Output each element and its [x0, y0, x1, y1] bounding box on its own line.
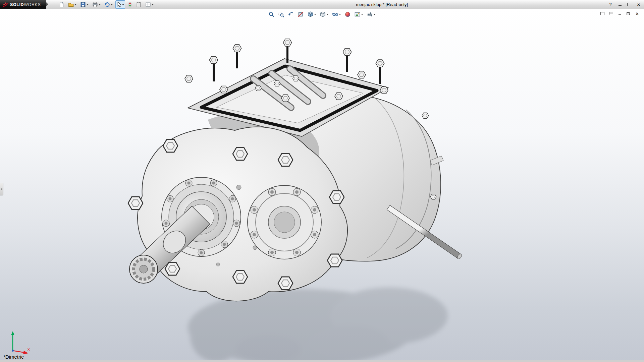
ds-logo-icon: [2, 2, 9, 7]
print-icon: [92, 2, 98, 7]
minimize-document-button[interactable]: [617, 11, 623, 16]
options-button[interactable]: [144, 0, 155, 9]
view-settings-button[interactable]: [366, 11, 376, 18]
rebuild-button[interactable]: [127, 0, 133, 9]
graphics-area[interactable]: × x *Dimetric: [0, 9, 644, 362]
gearbox-model[interactable]: [0, 9, 644, 362]
save-dropdown-caret[interactable]: [87, 4, 89, 5]
edit-appearance-button[interactable]: [344, 11, 352, 18]
main-toolbar: [58, 1, 155, 8]
rebuild-traffic-light-icon: [128, 2, 132, 7]
open-button[interactable]: [67, 0, 77, 9]
select-button[interactable]: [115, 0, 125, 9]
edit-appearance-ball-icon: [345, 11, 351, 17]
zoom-to-fit-button[interactable]: [268, 11, 275, 18]
zoom-to-area-button[interactable]: [278, 11, 285, 18]
window-controls: ? ×: [607, 1, 642, 8]
view-settings-icon: [367, 11, 373, 17]
brand-text: SOLIDWORKS: [10, 2, 41, 7]
options-dropdown-caret[interactable]: [152, 4, 154, 5]
select-dropdown-caret[interactable]: [122, 4, 124, 5]
restore-document-icon: [627, 12, 630, 15]
apply-scene-caret[interactable]: [361, 14, 363, 15]
zoom-to-area-icon: [278, 11, 284, 17]
feature-manager-collapse-tab[interactable]: [0, 183, 3, 195]
hide-show-items-caret[interactable]: [339, 14, 341, 15]
previous-view-button[interactable]: [287, 11, 295, 18]
collapse-arrow-icon: [1, 188, 2, 190]
apply-scene-icon: [355, 11, 361, 17]
triad-x-label: x: [28, 347, 30, 352]
view-orientation-button[interactable]: [307, 11, 317, 18]
solidworks-logo: SOLIDWORKS: [0, 0, 46, 9]
section-view-icon: [298, 11, 304, 17]
split-pane-horizontal-icon: [609, 12, 613, 15]
display-style-cube-icon: [320, 11, 326, 17]
close-icon: ×: [637, 2, 640, 7]
undo-dropdown-caret[interactable]: [111, 4, 113, 5]
output-flange[interactable]: [248, 185, 321, 259]
maximize-icon: [627, 3, 631, 6]
split-pane-horizontal-button[interactable]: [608, 11, 614, 16]
new-document-button[interactable]: [58, 0, 65, 9]
edit-color-icon: [136, 2, 142, 7]
apply-scene-button[interactable]: [354, 11, 364, 18]
open-dropdown-caret[interactable]: [74, 4, 76, 5]
previous-view-icon: [288, 11, 294, 17]
new-document-icon: [59, 2, 64, 7]
restore-document-button[interactable]: [626, 11, 631, 16]
minimize-icon: [619, 5, 622, 6]
save-button[interactable]: [79, 0, 90, 9]
hide-show-glasses-icon: [332, 11, 338, 17]
reference-triad: x: [5, 328, 32, 355]
status-bar-edge: [0, 360, 644, 362]
menu-flyout-arrow[interactable]: [46, 2, 48, 6]
section-view-button[interactable]: [297, 11, 305, 18]
minimize-document-icon: [619, 14, 621, 15]
close-button[interactable]: ×: [635, 1, 642, 7]
open-folder-icon: [68, 2, 74, 7]
zoom-to-fit-icon: [269, 11, 275, 17]
display-style-caret[interactable]: [327, 14, 329, 15]
window-title: menjac sklop * [Read-only]: [356, 2, 408, 7]
view-orientation-caret[interactable]: [314, 14, 316, 15]
split-pane-vertical-button[interactable]: [599, 11, 605, 16]
brand-works: WORKS: [24, 2, 41, 7]
undo-button[interactable]: [103, 0, 114, 9]
maximize-button[interactable]: [626, 1, 633, 7]
close-document-icon: ×: [636, 11, 638, 16]
view-settings-caret[interactable]: [374, 14, 376, 15]
titlebar: SOLIDWORKS: [0, 0, 644, 9]
help-button[interactable]: ?: [607, 1, 614, 7]
document-window-controls: ×: [599, 11, 640, 16]
select-cursor-icon: [116, 2, 121, 7]
split-pane-vertical-icon: [600, 12, 604, 15]
undo-arrow-icon: [104, 2, 110, 7]
hide-show-items-button[interactable]: [332, 11, 342, 18]
options-table-icon: [145, 2, 151, 7]
display-style-button[interactable]: [319, 11, 329, 18]
edit-color-button[interactable]: [135, 0, 143, 9]
view-orientation-cube-icon: [308, 11, 314, 17]
print-button[interactable]: [91, 0, 102, 9]
view-orientation-label: *Dimetric: [3, 354, 24, 360]
print-dropdown-caret[interactable]: [99, 4, 101, 5]
save-floppy-icon: [80, 2, 86, 7]
close-document-button[interactable]: ×: [634, 11, 640, 16]
minimize-button[interactable]: [616, 1, 623, 7]
brand-solid: SOLID: [10, 2, 24, 7]
heads-up-view-toolbar: [268, 11, 376, 18]
